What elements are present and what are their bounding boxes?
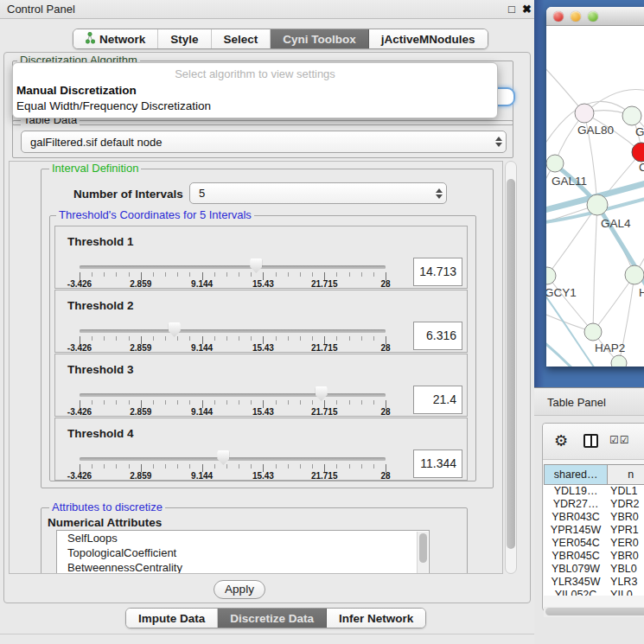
table-data-combobox[interactable]: galFiltered.sif default node bbox=[21, 131, 507, 153]
threshold-1-slider-thumb[interactable] bbox=[250, 258, 262, 273]
tab-discretize-data[interactable]: Discretize Data bbox=[218, 609, 327, 628]
settings-scrollbar-thumb[interactable] bbox=[507, 179, 515, 549]
algorithm-popup-hint: Select algorithm to view settings bbox=[13, 67, 497, 80]
table-horizontal-scrollbar[interactable] bbox=[544, 607, 644, 617]
node-label: C bbox=[639, 161, 644, 174]
threshold-3-label: Threshold 3 bbox=[67, 363, 134, 376]
node-hap2[interactable] bbox=[584, 323, 602, 341]
column-header-name[interactable]: n bbox=[608, 464, 644, 485]
tab-network[interactable]: Network bbox=[73, 29, 158, 48]
list-scrollbar[interactable] bbox=[417, 532, 428, 574]
slider-ticks bbox=[80, 400, 386, 405]
algorithm-option-manual[interactable]: Manual Discretization bbox=[16, 84, 137, 97]
list-item[interactable]: TopologicalCoefficient bbox=[57, 545, 429, 560]
gear-icon[interactable]: ⚙ bbox=[554, 431, 568, 450]
table-row[interactable]: YPR145WYPR1 bbox=[544, 524, 644, 537]
threshold-1-value-field[interactable]: 14.713 bbox=[413, 258, 462, 286]
table-row[interactable]: YDR27…YDR2 bbox=[544, 498, 644, 511]
table-row[interactable]: YBR045CYBR0 bbox=[544, 550, 644, 563]
network-nodes[interactable] bbox=[546, 104, 644, 367]
tab-jactivemnodules[interactable]: jActiveMNodules bbox=[369, 29, 488, 48]
table-row[interactable]: YDL19…YDL1 bbox=[544, 485, 644, 498]
list-item[interactable]: BetweennessCentrality bbox=[57, 560, 429, 574]
node-label: G. bbox=[635, 125, 644, 138]
threshold-2-panel: Threshold 2 -3.426 2.859 9.144 15.43 21.… bbox=[54, 290, 468, 353]
table-row[interactable]: YBL079WYBL0 bbox=[544, 563, 644, 576]
table-row[interactable]: YER054CYER0 bbox=[544, 537, 644, 550]
threshold-4-slider-thumb[interactable] bbox=[217, 450, 229, 465]
node-label: HAP2 bbox=[595, 341, 625, 354]
list-item[interactable]: SelfLoops bbox=[57, 531, 429, 545]
table-header-row: shared… n bbox=[544, 464, 644, 485]
tab-style[interactable]: Style bbox=[158, 29, 211, 48]
tab-infer-network[interactable]: Infer Network bbox=[327, 609, 425, 628]
algorithm-option-equal-width[interactable]: Equal Width/Frequency Discretization bbox=[16, 99, 211, 112]
threshold-2-value-field[interactable]: 6.316 bbox=[413, 322, 462, 350]
network-view-window[interactable]: GAL80 G. C GAL11 GAL4 GCY1 H HAP2 bbox=[546, 7, 644, 367]
select-columns-icon[interactable]: ☑☑ bbox=[609, 434, 630, 446]
threshold-4-label: Threshold 4 bbox=[67, 427, 134, 440]
number-of-intervals-value: 5 bbox=[190, 187, 432, 200]
threshold-2-slider-thumb[interactable] bbox=[169, 322, 181, 337]
slider-ticks bbox=[80, 272, 386, 277]
threshold-3-slider-track[interactable] bbox=[80, 393, 386, 397]
table-data-combobox-value: galFiltered.sif default node bbox=[22, 136, 492, 149]
list-scrollbar-thumb[interactable] bbox=[419, 533, 427, 563]
tab-cyni-toolbox[interactable]: Cyni Toolbox bbox=[271, 29, 369, 48]
threshold-3-panel: Threshold 3 -3.426 2.859 9.144 15.43 21.… bbox=[54, 354, 468, 417]
tab-label: jActiveMNodules bbox=[381, 33, 475, 46]
threshold-4-panel: Threshold 4 -3.426 2.859 9.144 15.43 21.… bbox=[54, 418, 468, 481]
tab-impute-data[interactable]: Impute Data bbox=[126, 609, 218, 628]
settings-scrollpane: Interval Definition Number of Intervals … bbox=[9, 161, 503, 574]
threshold-4-slider-track[interactable] bbox=[80, 457, 386, 461]
column-layout-icon[interactable] bbox=[583, 434, 598, 448]
table-horizontal-scrollbar-thumb[interactable] bbox=[545, 608, 644, 615]
tab-label: Select bbox=[224, 33, 258, 46]
table-row[interactable]: YBR043CYBR0 bbox=[544, 511, 644, 524]
tab-label: Impute Data bbox=[138, 612, 205, 625]
threshold-1-slider-track[interactable] bbox=[80, 265, 386, 269]
table-panel-inner: ⚙ ☑☑ shared… n YDL19…YDL1 YDR27…YDR2 YBR… bbox=[542, 423, 644, 611]
zoom-traffic-light-icon[interactable] bbox=[588, 11, 598, 22]
table-row[interactable]: YLR345WYLR3 bbox=[544, 576, 644, 589]
node-gal80[interactable] bbox=[575, 104, 594, 123]
column-header-shared[interactable]: shared… bbox=[544, 464, 608, 485]
node-h[interactable] bbox=[625, 265, 644, 284]
tab-label: Network bbox=[99, 33, 145, 46]
threshold-3-slider-thumb[interactable] bbox=[316, 386, 328, 401]
control-panel-title: Control Panel bbox=[7, 3, 75, 16]
table-panel-titlebar: Table Panel bbox=[534, 387, 644, 416]
top-tabstrip: Network Style Select Cyni Toolbox jActiv… bbox=[73, 29, 488, 49]
close-panel-icon[interactable]: ✖ bbox=[522, 3, 532, 16]
bottom-tabstrip: Impute Data Discretize Data Infer Networ… bbox=[125, 608, 426, 628]
interval-definition-group-title: Interval Definition bbox=[49, 163, 141, 174]
threshold-1-label: Threshold 1 bbox=[67, 235, 134, 248]
node-gcy1[interactable] bbox=[546, 267, 556, 284]
node-label: GCY1 bbox=[546, 286, 577, 299]
node-label: H bbox=[639, 286, 644, 299]
apply-button[interactable]: Apply bbox=[214, 580, 265, 599]
node-label: GAL11 bbox=[552, 175, 587, 188]
numerical-attributes-label: Numerical Attributes bbox=[48, 516, 162, 529]
node-top-right[interactable] bbox=[622, 106, 641, 125]
screenshot-root: Control Panel □ ✖ Network Style Select bbox=[0, 0, 644, 644]
network-icon bbox=[86, 32, 95, 47]
number-of-intervals-combobox[interactable]: 5 bbox=[189, 182, 447, 204]
threshold-3-value-field[interactable]: 21.4 bbox=[413, 386, 462, 414]
settings-scrollbar[interactable] bbox=[505, 161, 517, 574]
threshold-4-value-field[interactable]: 11.344 bbox=[413, 450, 462, 478]
network-window-titlebar[interactable] bbox=[546, 7, 644, 26]
close-traffic-light-icon[interactable] bbox=[553, 11, 564, 22]
numerical-attributes-list[interactable]: SelfLoops TopologicalCoefficient Between… bbox=[56, 530, 430, 574]
table-row[interactable]: YIL052CYIL0 bbox=[544, 589, 644, 596]
minimize-traffic-light-icon[interactable] bbox=[571, 11, 581, 22]
node-bottom[interactable] bbox=[611, 355, 627, 367]
float-window-icon[interactable]: □ bbox=[508, 3, 515, 16]
tab-label: Discretize Data bbox=[230, 612, 314, 625]
threshold-2-slider-track[interactable] bbox=[80, 329, 386, 333]
node-gal11[interactable] bbox=[546, 155, 564, 172]
tab-select[interactable]: Select bbox=[212, 29, 271, 48]
tab-label: Cyni Toolbox bbox=[283, 33, 356, 46]
node-gal4[interactable] bbox=[587, 194, 608, 215]
network-canvas[interactable]: GAL80 G. C GAL11 GAL4 GCY1 H HAP2 bbox=[546, 26, 644, 367]
